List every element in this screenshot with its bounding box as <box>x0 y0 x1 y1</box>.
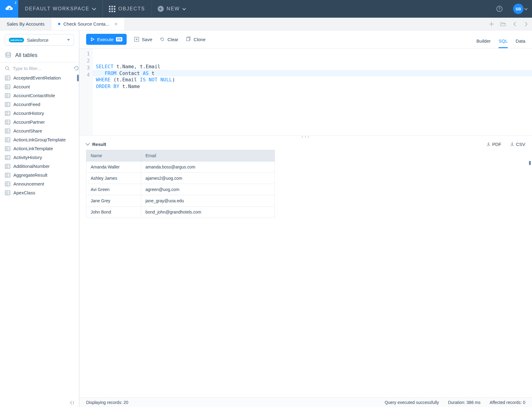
cell-email[interactable]: agreen@uog.com <box>141 184 275 195</box>
chevron-down-icon[interactable] <box>86 141 90 146</box>
table-item[interactable]: AcceptedEventRelation <box>0 73 79 82</box>
plus-icon <box>489 22 494 27</box>
table-item[interactable]: ActivityHistory <box>0 153 79 162</box>
cell-email[interactable]: amanda.boss@argus.com <box>141 161 275 173</box>
cell-email[interactable]: ajames2@uog.com <box>141 173 275 184</box>
workspace-dropdown[interactable]: DEFAULT WORKSPACE <box>18 0 103 18</box>
table-item[interactable]: AdditionalNumber <box>0 162 79 171</box>
filter-input[interactable] <box>13 66 71 71</box>
svg-rect-9 <box>5 120 10 124</box>
code-body[interactable]: SELECT t.Name, t.Email FROM Contact AS t… <box>93 48 532 135</box>
column-header-name[interactable]: Name <box>86 150 141 161</box>
status-success: Query executed successfully <box>385 400 439 405</box>
cell-name[interactable]: Avi Green <box>86 184 141 195</box>
search-icon <box>5 66 10 71</box>
chevron-right-icon <box>525 22 528 26</box>
table-item[interactable]: AccountPartner <box>0 118 79 126</box>
new-label: NEW <box>167 6 180 12</box>
table-item[interactable]: Announcement <box>0 179 79 188</box>
help-icon: ? <box>496 5 503 12</box>
view-tab-builder[interactable]: Builder <box>477 38 491 48</box>
new-dropdown[interactable]: + NEW <box>151 0 191 18</box>
table-item[interactable]: ActionLinkTemplate <box>0 144 79 153</box>
splitter-handle[interactable]: • • • <box>79 135 532 138</box>
svg-rect-4 <box>5 76 10 80</box>
chevron-left-icon <box>513 22 516 26</box>
close-icon[interactable]: ✕ <box>114 22 118 27</box>
tab-check-source-contacts[interactable]: Check Source Conta... ✕ <box>51 18 125 30</box>
cell-email[interactable]: bond_john@grandhotels.com <box>141 207 275 218</box>
table-item-label: ApexClass <box>13 190 35 195</box>
save-button[interactable]: Save <box>134 37 152 42</box>
table-row[interactable]: Avi Greenagreen@uog.com <box>86 184 275 195</box>
open-button[interactable] <box>497 18 509 30</box>
svg-rect-11 <box>5 138 10 142</box>
sql-editor[interactable]: 1234 SELECT t.Name, t.Email FROM Contact… <box>79 48 532 135</box>
export-pdf-button[interactable]: PDF <box>486 142 501 147</box>
clone-button[interactable]: Clone <box>186 37 205 42</box>
new-tab-button[interactable] <box>486 18 497 30</box>
salesforce-icon: salesforce <box>9 38 24 42</box>
cell-name[interactable]: Amanda Waller <box>86 161 141 173</box>
table-list[interactable]: AcceptedEventRelationAccountAccountConta… <box>0 73 79 398</box>
svg-rect-6 <box>5 94 10 98</box>
clear-button[interactable]: Clear <box>159 37 178 42</box>
view-tab-sql[interactable]: SQL <box>499 38 508 48</box>
chevron-down-icon <box>67 39 70 41</box>
logo[interactable]: β <box>0 0 18 18</box>
column-header-email[interactable]: Email <box>141 150 275 161</box>
cell-name[interactable]: Ashley James <box>86 173 141 184</box>
chevron-down-icon <box>182 7 186 10</box>
table-row[interactable]: Jane Greyjane_gray@uoa.edu <box>86 195 275 207</box>
table-item[interactable]: AccountFeed <box>0 100 79 109</box>
cell-name[interactable]: Jane Grey <box>86 195 141 207</box>
table-item-label: AccountPartner <box>13 119 45 125</box>
table-item[interactable]: ApexClass <box>0 188 79 197</box>
chevron-down-icon <box>92 6 96 10</box>
result-header: Result PDF CSV <box>79 138 532 150</box>
account-dropdown[interactable]: SB <box>506 0 532 18</box>
refresh-icon[interactable] <box>74 65 79 71</box>
table-item-label: ActivityHistory <box>13 155 42 160</box>
svg-rect-13 <box>5 155 10 160</box>
table-item[interactable]: AccountShare <box>0 126 79 135</box>
execute-kbd: F9 <box>116 37 122 41</box>
table-row[interactable]: Amanda Walleramanda.boss@argus.com <box>86 161 275 173</box>
tab-label: Sales By Accounts <box>7 21 44 27</box>
dirty-indicator-icon <box>58 23 60 25</box>
next-tab-button[interactable] <box>520 18 532 30</box>
cell-name[interactable]: John Bond <box>86 207 141 218</box>
help-button[interactable]: ? <box>492 0 506 18</box>
view-tab-data[interactable]: Data <box>516 38 525 48</box>
objects-button[interactable]: OBJECTS <box>103 0 151 18</box>
table-item[interactable]: AccountHistory <box>0 109 79 118</box>
svg-rect-10 <box>5 129 10 133</box>
table-item[interactable]: ActionLinkGroupTemplate <box>0 135 79 144</box>
table-item-label: AccountHistory <box>13 111 44 116</box>
table-item[interactable]: AggregateResult <box>0 171 79 179</box>
scrollbar-thumb[interactable] <box>77 75 79 81</box>
undo-icon <box>159 37 165 42</box>
svg-point-2 <box>6 52 11 54</box>
export-csv-button[interactable]: CSV <box>510 142 525 147</box>
save-icon <box>134 37 139 42</box>
prev-tab-button[interactable] <box>509 18 520 30</box>
table-row[interactable]: John Bondbond_john@grandhotels.com <box>86 207 275 218</box>
table-item-label: AccountFeed <box>13 102 40 107</box>
collapse-sidebar-button[interactable] <box>0 398 79 407</box>
scrollbar-thumb[interactable] <box>529 161 531 165</box>
tab-sales-by-accounts[interactable]: Sales By Accounts <box>0 18 51 30</box>
execute-button[interactable]: Execute F9 <box>86 34 127 45</box>
svg-rect-15 <box>5 173 10 177</box>
table-item[interactable]: Account <box>0 82 79 91</box>
table-row[interactable]: Ashley Jamesajames2@uog.com <box>86 173 275 184</box>
sidebar: salesforce Salesforce All tables Accepte… <box>0 30 79 407</box>
svg-rect-12 <box>5 147 10 151</box>
table-item-label: AdditionalNumber <box>13 164 50 169</box>
result-grid[interactable]: Name Email Amanda Walleramanda.boss@argu… <box>79 150 532 397</box>
table-item[interactable]: AccountContactRole <box>0 91 79 100</box>
result-label: Result <box>92 142 106 147</box>
cell-email[interactable]: jane_gray@uoa.edu <box>141 195 275 207</box>
svg-point-3 <box>5 66 9 69</box>
connection-dropdown[interactable]: salesforce Salesforce <box>5 34 74 46</box>
